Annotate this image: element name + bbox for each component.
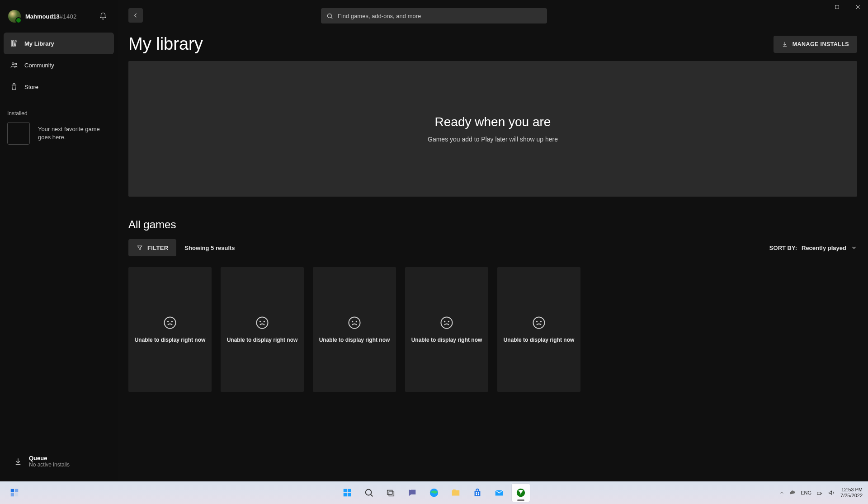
- sad-face-icon: [532, 316, 546, 330]
- svg-point-18: [352, 321, 353, 322]
- game-card[interactable]: Unable to display right now: [405, 267, 488, 392]
- svg-point-17: [349, 317, 360, 329]
- search-input[interactable]: [338, 13, 542, 19]
- app-window: Mahmoud13#1402 My Library Comm: [0, 0, 868, 481]
- volume-icon: [828, 489, 835, 496]
- svg-line-10: [331, 17, 332, 19]
- game-card[interactable]: Unable to display right now: [313, 267, 396, 392]
- svg-point-19: [356, 321, 357, 322]
- filter-button[interactable]: FILTER: [128, 239, 176, 256]
- all-games-title: All games: [118, 197, 868, 237]
- hero-title: Ready when you are: [435, 115, 551, 129]
- game-card[interactable]: Unable to display right now: [128, 267, 212, 392]
- network-icon: [816, 489, 823, 496]
- xbox-app-button[interactable]: [512, 484, 530, 502]
- sidebar-item-label: My Library: [24, 40, 54, 47]
- queue-row[interactable]: Queue No active installs: [0, 447, 118, 481]
- svg-rect-26: [11, 489, 14, 492]
- svg-rect-40: [476, 492, 477, 494]
- store-icon: [10, 83, 18, 91]
- card-message: Unable to display right now: [133, 337, 208, 343]
- profile-row[interactable]: Mahmoud13#1402: [0, 3, 118, 32]
- filter-label: FILTER: [147, 245, 168, 251]
- sort-dropdown[interactable]: SORT BY: Recently played: [769, 245, 857, 251]
- taskbar-right: ENG 12:53 PM 7/25/2022: [779, 487, 868, 499]
- bell-icon: [99, 12, 107, 20]
- sort-prefix: SORT BY:: [769, 245, 797, 251]
- card-message: Unable to display right now: [317, 337, 392, 343]
- card-message: Unable to display right now: [410, 337, 484, 343]
- sad-face-icon: [163, 316, 177, 330]
- close-button[interactable]: [847, 0, 868, 14]
- sort-value: Recently played: [802, 245, 846, 251]
- svg-rect-1: [835, 5, 839, 9]
- game-card[interactable]: Unable to display right now: [221, 267, 304, 392]
- results-count: Showing 5 results: [184, 245, 235, 251]
- manage-installs-button[interactable]: MANAGE INSTALLS: [774, 36, 857, 53]
- sidebar-item-label: Community: [24, 62, 54, 69]
- taskbar-search-button[interactable]: [360, 484, 378, 502]
- system-tray[interactable]: ENG: [779, 489, 835, 496]
- download-icon: [782, 41, 788, 47]
- start-button[interactable]: [338, 484, 356, 502]
- back-button[interactable]: [128, 8, 143, 23]
- filters-row: FILTER Showing 5 results SORT BY: Recent…: [118, 237, 868, 264]
- svg-point-38: [410, 489, 411, 490]
- sidebar-item-store[interactable]: Store: [4, 76, 114, 98]
- sidebar-item-label: Store: [24, 84, 38, 90]
- sad-face-icon: [440, 316, 453, 330]
- sad-face-icon: [348, 316, 361, 330]
- svg-rect-4: [11, 41, 12, 46]
- date: 7/25/2022: [840, 493, 863, 499]
- svg-point-12: [168, 321, 169, 322]
- maximize-button[interactable]: [826, 0, 847, 14]
- game-cards: Unable to display right now Unable to di…: [118, 264, 868, 395]
- svg-rect-30: [344, 489, 347, 492]
- notifications-button[interactable]: [96, 9, 110, 24]
- svg-rect-6: [14, 41, 16, 46]
- svg-rect-5: [13, 41, 14, 46]
- taskbar-left: [0, 484, 24, 502]
- nav: My Library Community Store: [0, 32, 118, 99]
- sad-face-icon: [255, 316, 269, 330]
- installed-placeholder-text: Your next favorite game goes here.: [38, 125, 101, 141]
- mail-button[interactable]: [490, 484, 508, 502]
- search-box[interactable]: [321, 8, 547, 24]
- svg-rect-31: [348, 489, 351, 492]
- game-card[interactable]: Unable to display right now: [497, 267, 580, 392]
- widgets-button[interactable]: [5, 484, 24, 502]
- svg-point-21: [444, 321, 445, 322]
- svg-point-25: [541, 321, 542, 322]
- body: Mahmoud13#1402 My Library Comm: [0, 0, 868, 481]
- microsoft-store-button[interactable]: [468, 484, 486, 502]
- svg-point-9: [328, 14, 332, 18]
- card-message: Unable to display right now: [225, 337, 300, 343]
- file-explorer-button[interactable]: [447, 484, 465, 502]
- svg-point-13: [172, 321, 173, 322]
- page-header: My library MANAGE INSTALLS: [118, 23, 868, 61]
- svg-point-8: [15, 63, 17, 65]
- language-indicator[interactable]: ENG: [801, 490, 811, 495]
- edge-button[interactable]: [425, 484, 443, 502]
- installed-empty-slot: [7, 122, 30, 145]
- window-controls: [806, 0, 868, 17]
- svg-rect-32: [344, 493, 347, 496]
- svg-rect-29: [15, 493, 18, 496]
- gamertag-suffix: #1402: [60, 13, 77, 20]
- time: 12:53 PM: [841, 487, 863, 493]
- minimize-button[interactable]: [806, 0, 826, 14]
- installed-section-label: Installed: [0, 99, 118, 122]
- installed-placeholder[interactable]: Your next favorite game goes here.: [0, 122, 118, 145]
- sidebar-item-community[interactable]: Community: [4, 54, 114, 76]
- svg-point-22: [448, 321, 449, 322]
- sidebar: Mahmoud13#1402 My Library Comm: [0, 0, 118, 481]
- sidebar-item-my-library[interactable]: My Library: [4, 33, 114, 54]
- avatar: [8, 10, 21, 23]
- svg-point-7: [12, 63, 14, 65]
- hero-subtitle: Games you add to Play later will show up…: [428, 136, 558, 143]
- task-view-button[interactable]: [382, 484, 400, 502]
- svg-point-34: [366, 490, 372, 495]
- clock[interactable]: 12:53 PM 7/25/2022: [840, 487, 863, 499]
- onedrive-icon: [789, 489, 796, 496]
- chat-button[interactable]: [403, 484, 421, 502]
